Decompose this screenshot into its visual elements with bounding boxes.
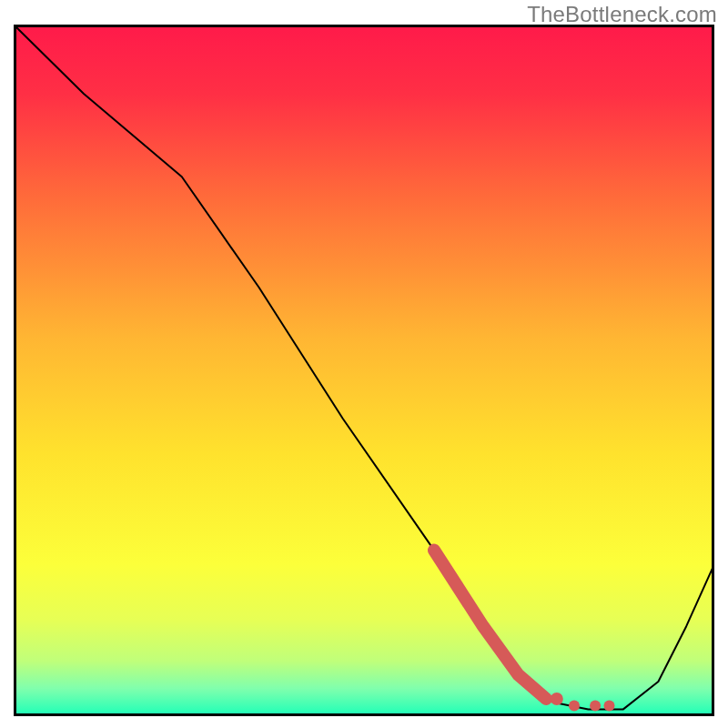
gradient-background	[14, 25, 714, 716]
watermark-text: TheBottleneck.com	[527, 2, 717, 27]
bottleneck-chart	[14, 25, 714, 716]
chart-container: TheBottleneck.com	[0, 0, 728, 728]
plot-area	[14, 25, 714, 716]
highlight-dot	[569, 701, 580, 712]
highlight-dot	[551, 693, 563, 705]
highlight-dot	[604, 701, 615, 712]
highlight-dot	[590, 701, 601, 712]
